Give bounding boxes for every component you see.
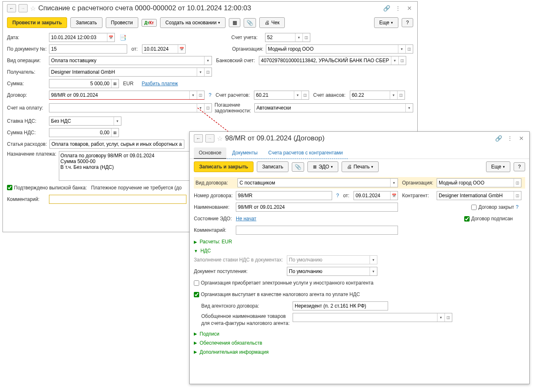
docnum-field[interactable] — [49, 44, 127, 54]
kebab-icon[interactable]: ⋮ — [394, 5, 402, 12]
open-icon[interactable]: ◫ — [405, 45, 413, 53]
more-button[interactable]: Еще ▾ — [486, 161, 510, 172]
dropdown-icon[interactable]: ▾ — [114, 117, 121, 125]
type-field[interactable]: ▾ — [237, 178, 398, 187]
dropdown-icon[interactable]: ▾ — [398, 45, 405, 53]
open-icon[interactable]: ◫ — [204, 68, 212, 76]
open-icon[interactable]: ◫ — [514, 179, 521, 187]
help-icon[interactable]: ? — [209, 92, 212, 98]
calendar-icon[interactable]: 📅 — [107, 33, 114, 42]
dropdown-icon[interactable]: ▾ — [390, 179, 398, 187]
closed-checkbox[interactable] — [471, 205, 477, 210]
invoice-field[interactable]: ▾◫ — [49, 103, 212, 112]
save-button[interactable]: Записать — [257, 161, 288, 172]
open-icon[interactable]: ◫ — [301, 91, 309, 99]
open-icon[interactable]: ◫ — [204, 104, 212, 112]
more-button[interactable]: Еще ▾ — [374, 17, 398, 28]
post-button[interactable]: Провести — [106, 17, 138, 28]
dropdown-icon[interactable]: ▾ — [437, 313, 444, 322]
date-field[interactable]: 📅 — [49, 33, 115, 42]
goods-field[interactable]: ▾◫ — [293, 313, 452, 322]
name-field[interactable] — [236, 203, 398, 212]
comment-field[interactable] — [236, 226, 398, 235]
help-icon[interactable]: ? — [336, 193, 339, 198]
nav-forward-button[interactable]: → — [19, 4, 28, 12]
from-field[interactable]: 📅 — [354, 191, 398, 200]
create-on-basis-button[interactable]: Создать на основании ▾ — [160, 17, 226, 28]
eservices-checkbox[interactable] — [194, 280, 199, 286]
expense-field[interactable] — [49, 140, 184, 149]
dtkt-button[interactable]: ДтКт — [142, 19, 157, 27]
expand-additional[interactable]: ▶Дополнительная информация — [194, 348, 525, 357]
adv-acct-field[interactable]: ▾◫ — [350, 91, 405, 100]
signed-checkbox[interactable] — [464, 216, 470, 222]
open-icon[interactable]: ◫ — [398, 56, 406, 65]
calc-acct-field[interactable]: ▾◫ — [254, 91, 309, 100]
agent-type-field[interactable] — [293, 301, 388, 310]
dropdown-icon[interactable]: ▾ — [197, 68, 204, 76]
vat-rate-field[interactable]: ▾ — [49, 117, 121, 126]
recipient-field[interactable]: ▾◫ — [49, 68, 212, 77]
dropdown-icon[interactable]: ▾ — [390, 91, 397, 99]
calc-icon[interactable]: ▦ — [111, 128, 119, 137]
attach-button[interactable]: 📎 — [244, 18, 256, 28]
dropdown-icon[interactable]: ▾ — [370, 256, 377, 264]
split-payment-link[interactable]: Разбить платеж — [142, 81, 178, 86]
expand-signatures[interactable]: ▶Подписи — [194, 329, 525, 338]
purpose-field[interactable] — [59, 151, 196, 181]
open-icon[interactable]: ◫ — [514, 191, 521, 200]
expand-calculations[interactable]: ▶Расчеты: EUR — [194, 237, 525, 246]
link-icon[interactable]: 🔗 — [495, 135, 502, 142]
calc-icon[interactable]: ▦ — [111, 79, 119, 88]
contract-field[interactable]: ▾◫ — [49, 91, 205, 100]
dropdown-icon[interactable]: ▾ — [295, 33, 302, 42]
comment-field[interactable] — [49, 195, 186, 204]
open-icon[interactable]: ◫ — [397, 91, 405, 99]
receipt-field[interactable]: ▾ — [287, 267, 377, 276]
from-field[interactable]: 📅 — [142, 44, 186, 54]
org-field[interactable]: ◫ — [437, 178, 521, 187]
vat-fill-field[interactable]: ▾ — [287, 255, 377, 264]
structure-button[interactable]: ▦ — [229, 18, 240, 27]
confirm-icon[interactable]: 📑 — [119, 34, 126, 41]
bank-field[interactable]: ▾◫ — [259, 56, 406, 65]
cheque-button[interactable]: 🖨 Чек — [259, 17, 285, 28]
tax-agent-checkbox[interactable] — [194, 292, 199, 297]
close-icon[interactable]: ✕ — [518, 135, 525, 142]
help-button[interactable]: ? — [402, 18, 413, 27]
dropdown-icon[interactable]: ▾ — [204, 56, 212, 65]
party-field[interactable]: ◫ — [437, 191, 521, 200]
dropdown-icon[interactable]: ▾ — [405, 104, 413, 112]
tab-main[interactable]: Основное — [194, 147, 226, 159]
save-and-close-button[interactable]: Записать и закрыть — [194, 161, 254, 172]
save-button[interactable]: Записать — [70, 17, 102, 28]
dropdown-icon[interactable]: ▾ — [197, 104, 204, 112]
attach-button[interactable]: 📎 — [292, 162, 304, 172]
edo-button[interactable]: ≣ ЭДО ▾ — [307, 161, 338, 172]
org-field[interactable]: ▾◫ — [266, 44, 413, 54]
help-button[interactable]: ? — [514, 162, 525, 171]
sum-field[interactable]: ▦ — [49, 79, 119, 88]
dropdown-icon[interactable]: ▾ — [294, 91, 301, 99]
kebab-icon[interactable]: ⋮ — [506, 135, 514, 142]
favorite-star-icon[interactable]: ☆ — [30, 5, 36, 12]
open-icon[interactable]: ◫ — [444, 313, 452, 322]
open-icon[interactable]: ◫ — [197, 91, 204, 99]
dropdown-icon[interactable]: ▾ — [370, 267, 377, 275]
open-icon[interactable]: ◫ — [302, 33, 310, 42]
nav-back-button[interactable]: ← — [194, 134, 203, 142]
dropdown-icon[interactable]: ▾ — [391, 56, 398, 65]
nav-back-button[interactable]: ← — [7, 4, 16, 12]
vat-sum-field[interactable]: ▦ — [49, 128, 119, 137]
favorite-star-icon[interactable]: ☆ — [217, 135, 223, 142]
dropdown-icon[interactable]: ▾ — [189, 91, 197, 99]
expand-vat[interactable]: ▼НДС — [194, 246, 525, 255]
post-and-close-button[interactable]: Провести и закрыть — [7, 17, 67, 28]
help-icon[interactable]: ? — [516, 204, 519, 210]
calendar-icon[interactable]: 📅 — [390, 191, 398, 200]
edo-state-link[interactable]: Не начат — [236, 216, 256, 222]
print-button[interactable]: 🖨 Печать ▾ — [342, 161, 379, 172]
acct-field[interactable]: ▾◫ — [265, 33, 310, 42]
op-field[interactable]: ▾ — [49, 56, 212, 65]
tab-documents[interactable]: Документы — [227, 147, 263, 159]
